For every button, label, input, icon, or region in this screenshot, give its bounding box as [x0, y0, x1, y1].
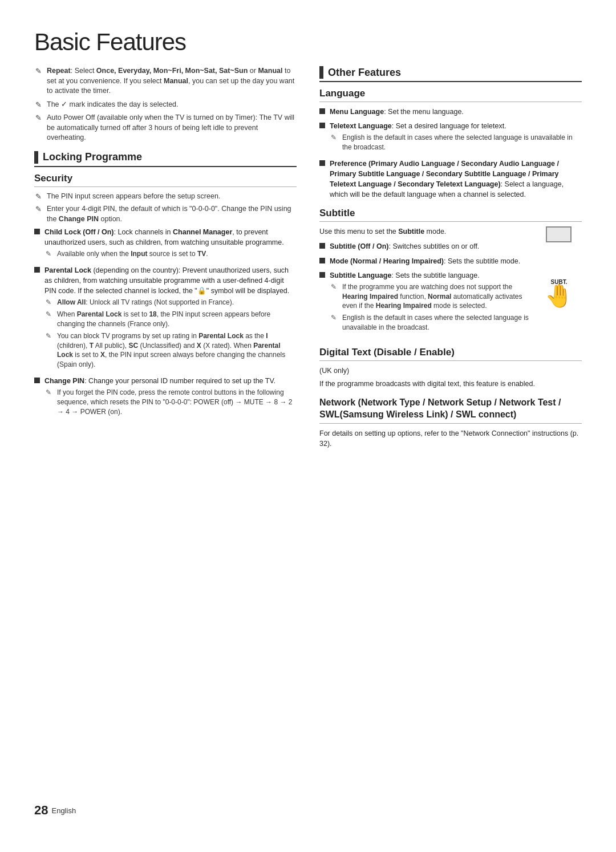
repeat-note: Repeat: Select Once, Everyday, Mon~Fri, … [34, 66, 297, 96]
security-title: Security [34, 173, 297, 187]
other-features-header: Other Features [319, 66, 582, 82]
page-language: English [51, 806, 76, 815]
teletext-default-note: English is the default in cases where th… [330, 133, 582, 152]
page-number: 28 [34, 803, 48, 818]
language-title: Language [319, 88, 582, 102]
bullet-icon [34, 267, 40, 273]
subtitle-onoff-bullet: Subtitle (Off / On): Switches subtitles … [319, 241, 530, 251]
preference-language-bullet: Preference (Primary Audio Language / Sec… [319, 159, 582, 200]
right-column: Other Features Language Menu Language: S… [319, 66, 582, 792]
digital-text-title: Digital Text (Disable / Enable) [319, 347, 582, 361]
remote-screen [546, 226, 572, 242]
pin-screen-note: The PIN input screen appears before the … [34, 192, 297, 202]
section-bar-icon [319, 66, 323, 79]
remote-image [539, 226, 579, 278]
change-pin-bullet: Change PIN: Change your personal ID numb… [34, 376, 297, 419]
remote-graphic-area: SUBT. 🤚 [536, 226, 582, 338]
block-tv-note: You can block TV programs by set up rati… [44, 331, 297, 370]
bullet-icon [319, 272, 325, 278]
page: Basic Features Repeat: Select Once, Ever… [0, 0, 616, 852]
parental-lock-bullet: Parental Lock (depending on the country)… [34, 265, 297, 372]
subtitle-area: Use this menu to set the Subtitle mode. … [319, 226, 582, 338]
parental-18-note: When Parental Lock is set to 18, the PIN… [44, 310, 297, 329]
other-features-title: Other Features [328, 67, 401, 79]
subtitle-mode-bullet: Mode (Normal / Hearing Impaired): Sets t… [319, 256, 530, 266]
bullet-icon [34, 229, 40, 234]
bullet-icon [319, 243, 325, 249]
digital-text-description: If the programme broadcasts with digital… [319, 379, 582, 389]
child-lock-sub-note: Available only when the Input source is … [44, 249, 297, 259]
bullet-icon [319, 123, 325, 128]
locking-section-header: Locking Programme [34, 151, 297, 167]
top-notes: Repeat: Select Once, Everyday, Mon~Fri, … [34, 66, 297, 143]
teletext-language-bullet: Teletext Language: Set a desired languag… [319, 121, 582, 155]
page-footer: 28 English [34, 792, 582, 818]
subtitle-english-default-note: English is the default in cases where th… [330, 313, 530, 332]
allow-all-note: Allow All: Unlock all TV ratings (Not su… [44, 298, 297, 307]
uk-only-label: (UK only) [319, 366, 582, 376]
bullet-icon [34, 378, 40, 383]
subtitle-hearing-note: If the programme you are watching does n… [330, 282, 530, 311]
auto-power-note: Auto Power Off (available only when the … [34, 113, 297, 143]
subtitle-text: Use this menu to set the Subtitle mode. … [319, 226, 530, 338]
forgot-pin-note: If you forget the PIN code, press the re… [44, 388, 297, 416]
child-lock-bullet: Child Lock (Off / On): Lock channels in … [34, 227, 297, 261]
page-title: Basic Features [34, 29, 582, 56]
bullet-icon [319, 160, 325, 166]
checkmark-note: The ✓ mark indicates the day is selected… [34, 100, 297, 110]
section-bar-icon [34, 151, 38, 164]
subtitle-language-bullet: Subtitle Language: Sets the subtitle lan… [319, 270, 530, 335]
locking-header-title: Locking Programme [43, 151, 142, 163]
subtitle-title: Subtitle [319, 208, 582, 222]
bullet-icon [319, 258, 325, 263]
subtitle-intro: Use this menu to set the Subtitle mode. [319, 226, 530, 237]
left-column: Repeat: Select Once, Everyday, Mon~Fri, … [34, 66, 297, 792]
two-column-layout: Repeat: Select Once, Everyday, Mon~Fri, … [34, 66, 582, 792]
hand-icon: 🤚 [545, 282, 573, 309]
bullet-icon [319, 108, 325, 114]
pin-default-note: Enter your 4-digit PIN, the default of w… [34, 204, 297, 224]
network-description: For details on setting up options, refer… [319, 428, 582, 449]
network-title: Network (Network Type / Network Setup / … [319, 397, 582, 424]
menu-language-bullet: Menu Language: Set the menu language. [319, 107, 582, 117]
